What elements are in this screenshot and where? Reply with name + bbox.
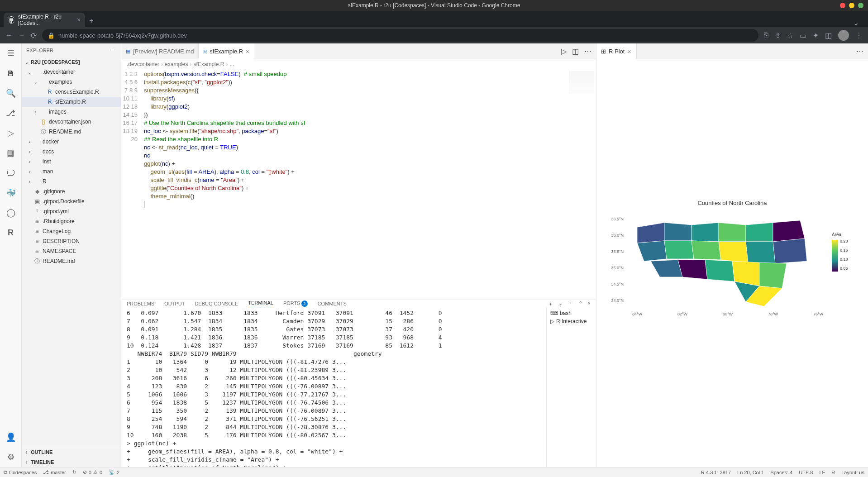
more-icon[interactable]: ⋯ (568, 301, 573, 307)
ports-status[interactable]: 📡 2 (109, 469, 119, 475)
minimize-dot[interactable] (840, 3, 845, 8)
eol-status[interactable]: LF (819, 470, 825, 475)
new-tab-button[interactable]: + (85, 14, 98, 27)
code-editor[interactable]: .devcontainer › examples › sfExample.R ›… (121, 59, 596, 467)
svg-text:0.20: 0.20 (840, 239, 848, 243)
docker-icon[interactable]: 🐳 (5, 187, 16, 198)
split-icon[interactable]: ◫ (572, 47, 579, 56)
encoding-status[interactable]: UTF-8 (799, 470, 813, 475)
close-icon[interactable]: × (77, 16, 81, 24)
address-bar[interactable]: 🔒 humble-space-potato-5j7r664xq2v7gw.git… (42, 29, 758, 42)
file-item[interactable]: ⓘREADME.md (22, 127, 121, 137)
file-item[interactable]: RsfExample.R (22, 97, 121, 107)
file-item[interactable]: ◆.gitignore (22, 186, 121, 196)
chrome-tab[interactable]: sfExample.R - r2u [Codes... × (4, 13, 85, 27)
close-icon[interactable]: × (246, 48, 249, 55)
remote-icon[interactable]: 🖵 (5, 167, 16, 178)
explorer-icon[interactable]: 🗎 (5, 68, 16, 79)
panel-tab-comments[interactable]: COMMENTS (318, 301, 347, 306)
terminal-r[interactable]: ▷R Interactive (548, 317, 594, 325)
menu-icon[interactable]: ☰ (5, 48, 16, 59)
breadcrumb[interactable]: .devcontainer › examples › sfExample.R ›… (121, 59, 596, 69)
folder-item[interactable]: ⌄examples (22, 77, 121, 87)
panel-tab-debug-console[interactable]: DEBUG CONSOLE (195, 301, 238, 306)
language-status[interactable]: R (831, 470, 835, 475)
extensions-icon[interactable]: ✦ (813, 31, 819, 40)
close-icon[interactable]: × (588, 301, 591, 307)
github-icon[interactable]: ◯ (5, 207, 16, 218)
maximize-dot[interactable] (849, 3, 854, 8)
panel-tab-output[interactable]: OUTPUT (164, 301, 185, 306)
cast-icon[interactable]: ▭ (800, 31, 806, 40)
file-item[interactable]: ≡ChangeLog (22, 226, 121, 236)
share-icon[interactable]: ⇪ (775, 31, 781, 40)
branch-status[interactable]: ⎇ master (43, 469, 66, 475)
svg-text:Area: Area (832, 232, 842, 237)
panel-tab-terminal[interactable]: TERMINAL (248, 300, 273, 307)
folder-item[interactable]: ⌄.devcontainer (22, 67, 121, 77)
codespaces-status[interactable]: ⧉ Codespaces (4, 469, 37, 475)
reload-icon[interactable]: ⟳ (31, 31, 37, 40)
source-control-icon[interactable]: ⎇ (5, 108, 16, 119)
r-version-status[interactable]: R 4.3.1: 2817 (701, 470, 731, 475)
file-item[interactable]: ≡NAMESPACE (22, 246, 121, 256)
folder-item[interactable]: ›images (22, 107, 121, 117)
more-icon[interactable]: ⋯ (111, 48, 116, 53)
panel-tab-problems[interactable]: PROBLEMS (127, 301, 154, 306)
code-content[interactable]: options(bspm.version.check=FALSE) # smal… (144, 69, 596, 300)
folder-item[interactable]: ›inst (22, 157, 121, 167)
timeline-section[interactable]: ›TIMELINE (22, 457, 121, 467)
editor-tab[interactable]: ▤[Preview] README.md (121, 43, 199, 59)
file-item[interactable]: ≡DESCRIPTION (22, 236, 121, 246)
file-item[interactable]: ≡.Rbuildignore (22, 216, 121, 226)
file-item[interactable]: RcensusExample.R (22, 87, 121, 97)
tabs-dropdown-icon[interactable]: ⌄ (853, 19, 859, 27)
folder-item[interactable]: ›R (22, 176, 121, 186)
back-icon[interactable]: ← (5, 31, 13, 39)
close-icon[interactable]: × (627, 48, 631, 55)
svg-text:0.10: 0.10 (840, 257, 848, 262)
menu-icon[interactable]: ⋮ (855, 31, 863, 40)
more-icon[interactable]: ⋯ (856, 47, 863, 56)
svg-marker-11 (773, 220, 805, 242)
more-icon[interactable]: ⋯ (584, 47, 591, 56)
file-item[interactable]: ⓘREADME.md (22, 256, 121, 266)
sync-status[interactable]: ↻ (72, 469, 76, 475)
file-icon: R (203, 49, 207, 54)
close-dot[interactable] (858, 3, 863, 8)
install-icon[interactable]: ⎘ (764, 31, 768, 39)
minimap[interactable] (569, 71, 594, 94)
dropdown-icon[interactable]: ⌄ (558, 301, 563, 307)
forward-icon[interactable]: → (18, 31, 25, 39)
search-icon[interactable]: 🔍 (5, 88, 16, 99)
file-item[interactable]: ▣.gitpod.Dockerfile (22, 196, 121, 206)
account-icon[interactable]: 👤 (5, 432, 16, 443)
folder-item[interactable]: ›docker (22, 137, 121, 147)
bookmark-icon[interactable]: ☆ (787, 31, 793, 40)
spaces-status[interactable]: Spaces: 4 (770, 470, 792, 475)
editor-tab[interactable]: RsfExample.R× (199, 43, 254, 59)
maximize-icon[interactable]: ⌃ (578, 301, 582, 307)
profile-avatar[interactable] (838, 30, 849, 41)
svg-text:78°W: 78°W (768, 312, 778, 316)
problems-status[interactable]: ⊘ 0 ⚠ 0 (83, 469, 102, 475)
run-icon[interactable]: ▷ (561, 47, 567, 56)
panel-tab-ports[interactable]: PORTS2 (283, 301, 308, 307)
r-extension-icon[interactable]: R (5, 227, 16, 238)
folder-item[interactable]: ›docs (22, 147, 121, 157)
outline-section[interactable]: ›OUTLINE (22, 447, 121, 457)
sidepanel-icon[interactable]: ◫ (825, 31, 832, 40)
terminal-bash[interactable]: ⌨bash (548, 309, 594, 317)
terminal-output[interactable]: 6 0.097 1.670 1833 1833 Hertford 37091 3… (121, 307, 546, 477)
layout-status[interactable]: Layout: us (841, 470, 864, 475)
cursor-status[interactable]: Ln 20, Col 1 (737, 470, 764, 475)
sidebar-root[interactable]: ⌄ R2U [CODESPACES] (22, 57, 121, 67)
file-item[interactable]: {}devcontainer.json (22, 117, 121, 127)
extensions-grid-icon[interactable]: ▦ (5, 148, 16, 158)
settings-gear-icon[interactable]: ⚙ (5, 452, 16, 463)
run-debug-icon[interactable]: ▷ (5, 128, 16, 138)
editor-tab[interactable]: ⊞R Plot× (596, 43, 636, 59)
new-terminal-icon[interactable]: ＋ (548, 301, 553, 307)
file-item[interactable]: !.gitpod.yml (22, 206, 121, 216)
folder-item[interactable]: ›man (22, 167, 121, 176)
